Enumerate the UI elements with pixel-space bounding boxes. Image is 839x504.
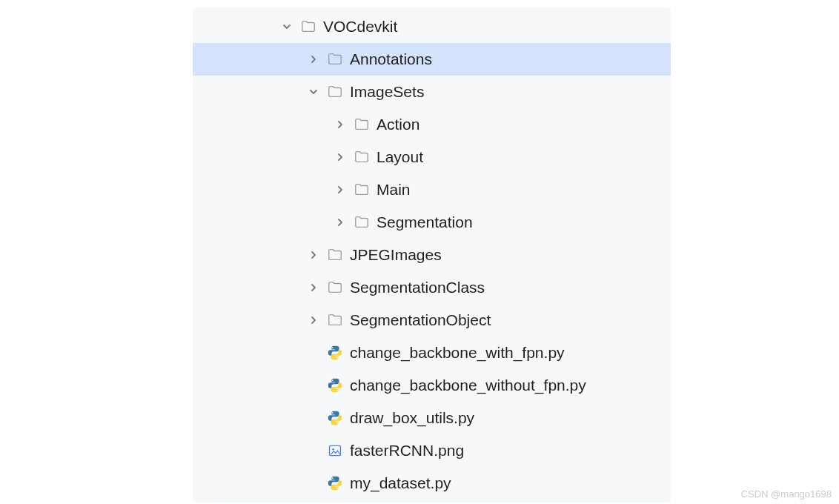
chevron-right-icon bbox=[332, 182, 348, 198]
tree-folder-main[interactable]: Main bbox=[193, 173, 671, 206]
chevron-down-icon bbox=[305, 84, 322, 100]
folder-label: VOCdevkit bbox=[323, 18, 397, 36]
file-label: change_backbone_without_fpn.py bbox=[350, 377, 586, 394]
tree-folder-annotations[interactable]: Annotations bbox=[193, 43, 671, 76]
chevron-right-icon bbox=[332, 214, 348, 231]
svg-point-0 bbox=[332, 347, 334, 348]
folder-label: Layout bbox=[377, 148, 423, 166]
python-file-icon bbox=[326, 409, 344, 427]
tree-folder-segmentation[interactable]: Segmentation bbox=[193, 206, 671, 239]
file-tree: VOCdevkit Annotations ImageSets Action bbox=[193, 7, 671, 503]
tree-folder-action[interactable]: Action bbox=[193, 108, 671, 141]
folder-label: JPEGImages bbox=[350, 246, 442, 264]
svg-point-7 bbox=[332, 448, 334, 451]
folder-label: Main bbox=[377, 181, 411, 199]
python-file-icon bbox=[326, 344, 344, 362]
svg-point-1 bbox=[336, 357, 338, 359]
chevron-right-icon bbox=[305, 312, 322, 328]
tree-folder-segmentationclass[interactable]: SegmentationClass bbox=[193, 271, 671, 304]
chevron-right-icon bbox=[305, 279, 322, 296]
svg-point-3 bbox=[336, 390, 338, 391]
svg-point-2 bbox=[332, 379, 334, 381]
chevron-right-icon bbox=[305, 247, 322, 263]
folder-label: SegmentationObject bbox=[350, 311, 491, 329]
folder-icon bbox=[353, 148, 371, 166]
svg-point-4 bbox=[332, 412, 334, 414]
tree-folder-jpegimages[interactable]: JPEGImages bbox=[193, 239, 671, 271]
file-label: fasterRCNN.png bbox=[350, 442, 464, 460]
chevron-right-icon bbox=[332, 116, 348, 133]
watermark: CSDN @mango1698 bbox=[741, 488, 832, 500]
folder-icon bbox=[353, 116, 371, 133]
tree-file-fasterrcnn-png[interactable]: fasterRCNN.png bbox=[193, 434, 671, 467]
folder-label: Segmentation bbox=[377, 213, 473, 231]
image-file-icon bbox=[326, 442, 344, 460]
folder-icon bbox=[326, 83, 344, 101]
folder-label: Action bbox=[377, 116, 420, 133]
svg-point-8 bbox=[332, 477, 334, 479]
svg-point-5 bbox=[336, 422, 338, 424]
folder-label: SegmentationClass bbox=[350, 279, 485, 296]
python-file-icon bbox=[326, 474, 344, 492]
chevron-down-icon bbox=[279, 19, 295, 35]
svg-point-9 bbox=[336, 488, 338, 489]
folder-label: Annotations bbox=[350, 50, 432, 68]
python-file-icon bbox=[326, 377, 344, 394]
tree-file-change-backbone-with-fpn[interactable]: change_backbone_with_fpn.py bbox=[193, 336, 671, 369]
folder-icon bbox=[353, 213, 371, 231]
chevron-right-icon bbox=[332, 149, 348, 165]
tree-folder-vocdevkit[interactable]: VOCdevkit bbox=[193, 10, 671, 43]
folder-icon bbox=[299, 18, 317, 36]
folder-icon bbox=[326, 311, 344, 329]
chevron-right-icon bbox=[305, 51, 322, 67]
file-label: draw_box_utils.py bbox=[350, 409, 474, 427]
file-label: change_backbone_with_fpn.py bbox=[350, 344, 565, 362]
tree-file-my-dataset[interactable]: my_dataset.py bbox=[193, 467, 671, 500]
folder-icon bbox=[353, 181, 371, 199]
folder-label: ImageSets bbox=[350, 83, 424, 101]
tree-folder-layout[interactable]: Layout bbox=[193, 141, 671, 173]
tree-folder-segmentationobject[interactable]: SegmentationObject bbox=[193, 304, 671, 336]
folder-icon bbox=[326, 246, 344, 264]
file-label: my_dataset.py bbox=[350, 474, 451, 492]
folder-icon bbox=[326, 50, 344, 68]
tree-folder-imagesets[interactable]: ImageSets bbox=[193, 76, 671, 108]
tree-file-change-backbone-without-fpn[interactable]: change_backbone_without_fpn.py bbox=[193, 369, 671, 402]
tree-file-draw-box-utils[interactable]: draw_box_utils.py bbox=[193, 402, 671, 434]
folder-icon bbox=[326, 279, 344, 296]
